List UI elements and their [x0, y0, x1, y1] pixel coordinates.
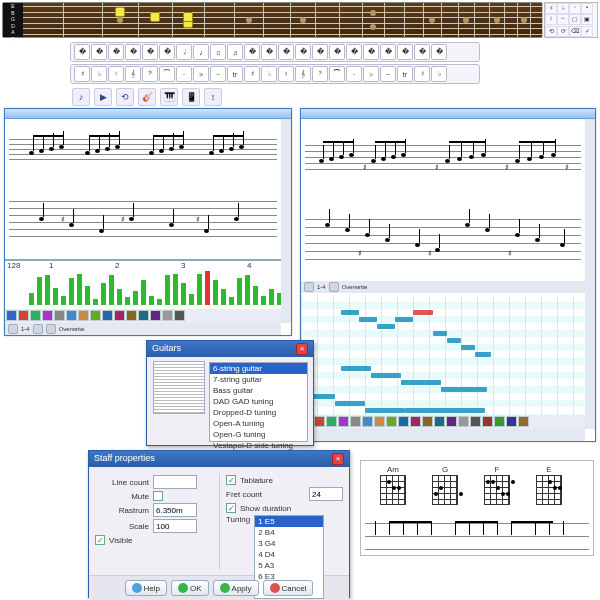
- palette-symbol-button[interactable]: ♯: [414, 66, 430, 82]
- ok-button[interactable]: OK: [171, 580, 209, 596]
- pianoroll-tool-button[interactable]: [434, 416, 445, 427]
- fretboard-side-palette[interactable]: ♯♭◦• ↕↔▢▣ ⟲⟳⌫✓: [544, 2, 598, 38]
- scale-input[interactable]: [153, 519, 197, 533]
- palette-symbol-button[interactable]: ♭: [261, 66, 277, 82]
- palette-duration-button[interactable]: �: [244, 44, 260, 60]
- palette-symbol-button[interactable]: ·: [176, 66, 192, 82]
- close-icon[interactable]: ×: [296, 343, 308, 355]
- rastrum-input[interactable]: [153, 503, 197, 517]
- palette-duration-button[interactable]: �: [397, 44, 413, 60]
- palette-symbol-button[interactable]: 𝄢: [312, 66, 328, 82]
- scroll-right-button[interactable]: [329, 282, 339, 292]
- palette-symbol-button[interactable]: ⁀: [159, 66, 175, 82]
- palette-symbol-button[interactable]: 𝄞: [295, 66, 311, 82]
- palette-duration-button[interactable]: �: [346, 44, 362, 60]
- help-button[interactable]: Help: [125, 580, 167, 596]
- piano-roll[interactable]: [301, 295, 585, 415]
- tablature-checkbox[interactable]: ✓: [226, 475, 236, 485]
- velocity-tool-button[interactable]: [78, 310, 89, 321]
- transport-button[interactable]: ⟲: [116, 88, 134, 106]
- velocity-tool-button[interactable]: [90, 310, 101, 321]
- velocity-tool-button[interactable]: [66, 310, 77, 321]
- pianoroll-tool-button[interactable]: [470, 416, 481, 427]
- show-duration-checkbox[interactable]: ✓: [226, 503, 236, 513]
- palette-duration-button[interactable]: �: [142, 44, 158, 60]
- guitars-list-item[interactable]: DAD GAD tuning: [210, 396, 307, 407]
- visible-checkbox[interactable]: ✓: [95, 535, 105, 545]
- palette-symbol-button[interactable]: tr: [227, 66, 243, 82]
- pianoroll-tool-button[interactable]: [410, 416, 421, 427]
- palette-duration-button[interactable]: �: [312, 44, 328, 60]
- fretboard[interactable]: E B G D A E: [2, 2, 543, 38]
- pianoroll-tool-button[interactable]: [398, 416, 409, 427]
- palette-duration-button[interactable]: �: [278, 44, 294, 60]
- pianoroll-tool-button[interactable]: [518, 416, 529, 427]
- palette-duration-button[interactable]: ♬: [227, 44, 243, 60]
- palette-symbol-button[interactable]: ~: [210, 66, 226, 82]
- pianoroll-tool-button[interactable]: [494, 416, 505, 427]
- pianoroll-tool-button[interactable]: [422, 416, 433, 427]
- palette-duration-button[interactable]: �: [431, 44, 447, 60]
- guitars-list-item[interactable]: Open-G tuning: [210, 429, 307, 440]
- palette-duration-button[interactable]: ♪: [193, 44, 209, 60]
- palette-duration-button[interactable]: �: [295, 44, 311, 60]
- velocity-tool-button[interactable]: [42, 310, 53, 321]
- transport-button[interactable]: ▶: [94, 88, 112, 106]
- palette-duration-button[interactable]: �: [329, 44, 345, 60]
- palette-symbol-button[interactable]: ♭: [431, 66, 447, 82]
- palette-duration-button[interactable]: �: [74, 44, 90, 60]
- staff-tab[interactable]: ♯♯♯: [305, 215, 585, 265]
- palette-duration-button[interactable]: ♫: [210, 44, 226, 60]
- pianoroll-tool-button[interactable]: [386, 416, 397, 427]
- scroll-right-button[interactable]: [33, 324, 43, 334]
- piano-roll-panel[interactable]: [301, 295, 585, 429]
- mute-checkbox[interactable]: [153, 491, 163, 501]
- palette-symbol-button[interactable]: ♮: [278, 66, 294, 82]
- guitars-list-item[interactable]: Open-A tuning: [210, 418, 307, 429]
- velocity-tool-button[interactable]: [138, 310, 149, 321]
- palette-duration-button[interactable]: �: [414, 44, 430, 60]
- pianoroll-tool-button[interactable]: [314, 416, 325, 427]
- pianoroll-tool-button[interactable]: [326, 416, 337, 427]
- transport-button[interactable]: ♪: [72, 88, 90, 106]
- tuning-list-item[interactable]: 2 B4: [255, 527, 323, 538]
- close-icon[interactable]: ×: [332, 453, 344, 465]
- palette-symbol-button[interactable]: >: [363, 66, 379, 82]
- palette-symbol-button[interactable]: 𝄢: [142, 66, 158, 82]
- velocity-tool-button[interactable]: [6, 310, 17, 321]
- guitars-list[interactable]: 6-string guitar7-string guitarBass guita…: [209, 362, 308, 442]
- staff-tab[interactable]: ♯♯♯: [9, 197, 281, 241]
- palette-duration-button[interactable]: ♩: [176, 44, 192, 60]
- palette-symbol-button[interactable]: ♮: [108, 66, 124, 82]
- tuning-list-item[interactable]: 3 G4: [255, 538, 323, 549]
- pianoroll-tool-button[interactable]: [374, 416, 385, 427]
- palette-symbol-button[interactable]: >: [193, 66, 209, 82]
- scrollbar-vertical[interactable]: [585, 119, 595, 429]
- staff-treble[interactable]: ♯♯♯♯: [305, 137, 585, 185]
- scrollbar-vertical[interactable]: [281, 119, 291, 323]
- scroll-left-button[interactable]: [8, 324, 18, 334]
- pianoroll-tool-button[interactable]: [446, 416, 457, 427]
- window-titlebar[interactable]: [5, 109, 291, 119]
- velocity-tool-button[interactable]: [18, 310, 29, 321]
- velocity-tool-button[interactable]: [114, 310, 125, 321]
- velocity-tool-button[interactable]: [54, 310, 65, 321]
- tuning-list-item[interactable]: 5 A3: [255, 560, 323, 571]
- apply-button[interactable]: Apply: [213, 580, 259, 596]
- window-titlebar[interactable]: [301, 109, 595, 119]
- palette-duration-button[interactable]: �: [159, 44, 175, 60]
- pianoroll-tool-button[interactable]: [506, 416, 517, 427]
- palette-duration-button[interactable]: �: [108, 44, 124, 60]
- velocity-tool-button[interactable]: [162, 310, 173, 321]
- tuning-list-item[interactable]: 1 E5: [255, 516, 323, 527]
- palette-symbol-button[interactable]: ⁀: [329, 66, 345, 82]
- velocity-tool-button[interactable]: [126, 310, 137, 321]
- palette-symbol-button[interactable]: ♭: [91, 66, 107, 82]
- palette-duration-button[interactable]: �: [125, 44, 141, 60]
- palette-symbol-button[interactable]: ·: [346, 66, 362, 82]
- pianoroll-tool-button[interactable]: [350, 416, 361, 427]
- transport-button[interactable]: 🎹: [160, 88, 178, 106]
- palette-symbol-button[interactable]: 𝄞: [125, 66, 141, 82]
- pianoroll-tool-button[interactable]: [458, 416, 469, 427]
- fret-count-input[interactable]: [309, 487, 343, 501]
